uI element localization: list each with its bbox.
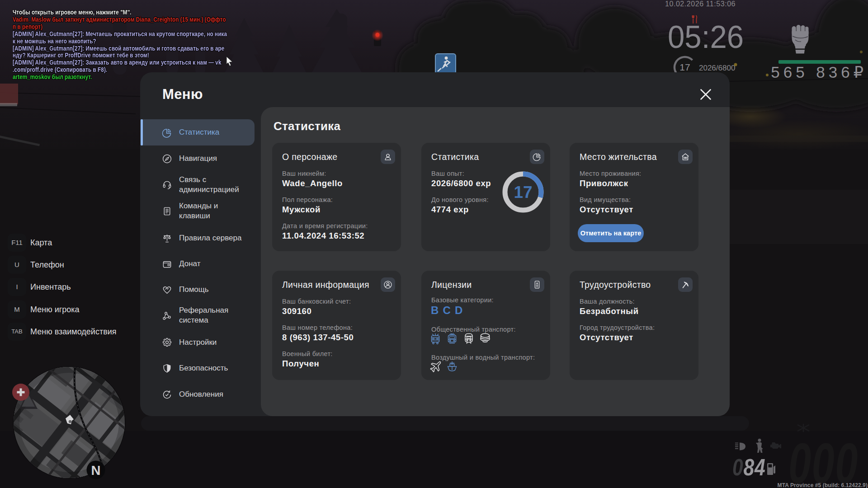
svg-text:17: 17 <box>514 183 532 202</box>
svg-text:N: N <box>91 463 101 478</box>
